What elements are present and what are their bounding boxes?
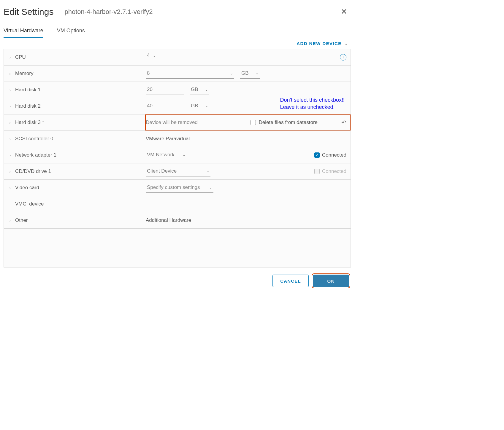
cd-drive-select[interactable]: Client Device ⌄ [146,167,210,176]
delete-files-checkbox[interactable] [251,120,256,125]
tab-virtual-hardware[interactable]: Virtual Hardware [4,25,43,38]
expand-toggle-icon[interactable]: › [8,137,12,141]
row-label: Hard disk 3 * [15,120,146,125]
network-adapter-select[interactable]: VM Network ⌄ [146,150,187,160]
row-label: CPU [15,54,146,60]
cd-drive-value: Client Device [147,168,177,174]
modal-footer: CANCEL OK [4,267,351,287]
header-divider [59,7,59,17]
memory-unit-select[interactable]: GB ⌄ [240,69,260,79]
cancel-button[interactable]: CANCEL [272,275,309,287]
delete-files-label: Delete files from datastore [259,120,318,125]
row-label: Other [15,217,146,223]
annotation-line2: Leave it as unchecked. [280,104,335,110]
row-label: Hard disk 1 [15,87,146,93]
annotation-text: Don't select this checkbox!! Leave it as… [280,96,345,111]
info-icon[interactable]: i [340,54,346,60]
hd2-size-input[interactable] [146,101,184,111]
chevron-down-icon: ⌄ [228,71,233,75]
table-filler [4,229,351,267]
cpu-select[interactable]: 4 ⌄ [146,52,165,62]
expand-toggle-icon[interactable]: › [8,71,12,76]
hd2-unit: GB [191,103,198,109]
add-device-label: ADD NEW DEVICE [297,41,341,46]
expand-toggle-icon[interactable]: › [8,55,12,60]
hd2-unit-select[interactable]: GB ⌄ [190,101,209,111]
row-label: Memory [15,71,146,77]
video-card-value: Specify custom settings [147,184,200,190]
row-memory: › Memory 8 ⌄ GB ⌄ [4,66,351,82]
expand-toggle-icon[interactable]: › [8,88,12,92]
row-label: Network adapter 1 [15,152,146,158]
edit-settings-modal: Edit Settings photon-4-harbor-v2.7.1-ver… [4,0,351,299]
expand-toggle-placeholder: › [8,202,12,206]
add-device-row: ADD NEW DEVICE ⌄ [4,38,351,49]
chevron-down-icon: ⌄ [203,104,208,108]
chevron-down-icon: ⌄ [203,87,208,92]
undo-icon[interactable]: ↶ [341,119,346,126]
other-value: Additional Hardware [146,217,191,223]
modal-title: Edit Settings [4,7,59,17]
row-label: Video card [15,185,146,191]
cd-connected-checkbox [314,169,320,174]
row-hard-disk-3: › Hard disk 3 * Device will be removed D… [4,114,351,131]
row-network-adapter: › Network adapter 1 VM Network ⌄ ✓ Conne… [4,147,351,163]
row-label: CD/DVD drive 1 [15,168,146,174]
row-vmci-device: › VMCI device [4,196,351,212]
chevron-down-icon: ⌄ [181,153,186,157]
row-hard-disk-1: › Hard disk 1 GB ⌄ [4,82,351,98]
hd3-removed-note: Device will be removed [146,120,198,125]
modal-header: Edit Settings photon-4-harbor-v2.7.1-ver… [4,6,351,25]
row-scsi-controller: › SCSI controller 0 VMware Paravirtual [4,131,351,147]
cpu-value: 4 [147,52,150,58]
cd-connected-label: Connected [322,168,346,174]
chevron-down-icon: ⌄ [151,54,156,58]
hd1-size-input[interactable] [146,85,184,95]
expand-toggle-icon[interactable]: › [8,120,12,125]
expand-toggle-icon[interactable]: › [8,153,12,157]
row-cpu: › CPU 4 ⌄ i [4,49,351,66]
row-hard-disk-2: › Hard disk 2 GB ⌄ Don't select this che… [4,98,351,114]
expand-toggle-icon[interactable]: › [8,104,12,109]
expand-toggle-icon[interactable]: › [8,169,12,174]
hd1-unit: GB [191,87,198,93]
chevron-down-icon: ⌄ [205,169,209,173]
chevron-down-icon: ⌄ [254,71,259,75]
modal-subtitle: photon-4-harbor-v2.7.1-verify2 [64,8,341,16]
chevron-down-icon: ⌄ [343,42,348,46]
expand-toggle-icon[interactable]: › [8,186,12,190]
row-video-card: › Video card Specify custom settings ⌄ [4,180,351,196]
scsi-value: VMware Paravirtual [146,136,190,142]
memory-input[interactable]: 8 ⌄ [146,69,234,79]
row-label: VMCI device [15,201,146,207]
memory-value: 8 [147,70,150,76]
network-connected-label: Connected [322,152,346,158]
network-connected-checkbox[interactable]: ✓ [314,152,320,158]
close-icon[interactable]: ✕ [341,6,351,17]
tab-bar: Virtual Hardware VM Options [4,25,351,38]
hd1-unit-select[interactable]: GB ⌄ [190,85,209,95]
network-adapter-value: VM Network [147,152,175,158]
chevron-down-icon: ⌄ [207,185,212,189]
video-card-select[interactable]: Specify custom settings ⌄ [146,183,213,193]
add-new-device-button[interactable]: ADD NEW DEVICE ⌄ [297,41,348,46]
row-label: SCSI controller 0 [15,136,146,142]
row-label: Hard disk 2 [15,103,146,109]
row-other: › Other Additional Hardware [4,212,351,229]
tab-vm-options[interactable]: VM Options [57,25,85,38]
hardware-table: › CPU 4 ⌄ i › Memory 8 ⌄ GB [4,49,351,267]
ok-button[interactable]: OK [313,275,349,287]
memory-unit: GB [241,70,249,76]
annotation-line1: Don't select this checkbox!! [280,97,345,103]
expand-toggle-icon[interactable]: › [8,218,12,223]
row-cd-dvd-drive: › CD/DVD drive 1 Client Device ⌄ Connect… [4,163,351,180]
